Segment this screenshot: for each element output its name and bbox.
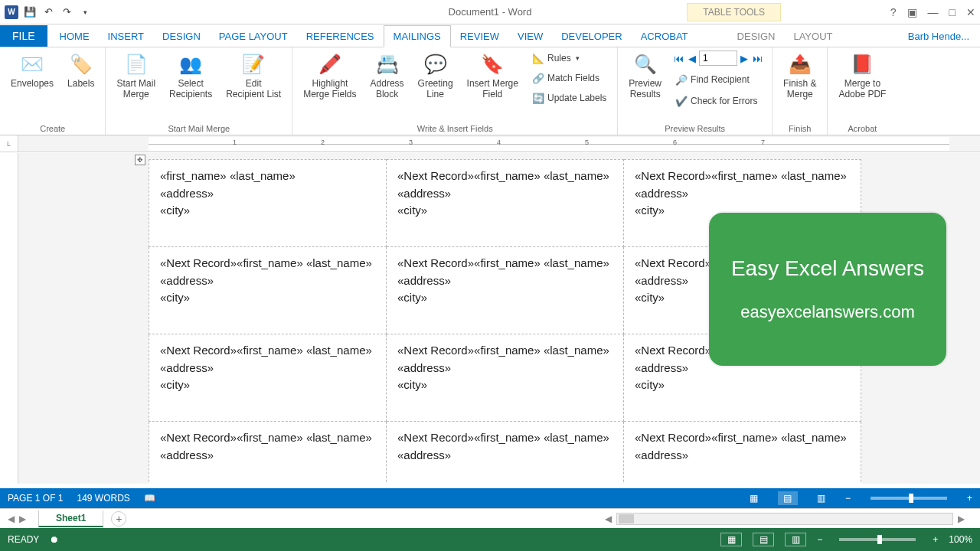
- page-indicator[interactable]: PAGE 1 OF 1: [8, 493, 63, 504]
- tab-tools-layout[interactable]: LAYOUT: [784, 26, 841, 47]
- tab-design[interactable]: DESIGN: [153, 26, 210, 47]
- label-cell[interactable]: «Next Record»«first_name» «last_name» «a…: [149, 334, 387, 422]
- tab-acrobat[interactable]: ACROBAT: [632, 26, 697, 47]
- edit-list-icon: 📝: [241, 52, 266, 77]
- vertical-ruler[interactable]: [0, 153, 18, 484]
- sheet-prev-icon[interactable]: ◀: [8, 514, 15, 524]
- find-recipient-button[interactable]: 🔎Find Recipient: [672, 72, 764, 87]
- label-cell[interactable]: «Next Record»«first_name» «last_name» «a…: [387, 422, 624, 484]
- edit-recipient-list-label: Edit Recipient List: [226, 78, 281, 100]
- update-labels-button[interactable]: 🔄Update Labels: [529, 90, 609, 106]
- envelopes-button[interactable]: ✉️ Envelopes: [8, 51, 57, 90]
- table-move-handle-icon[interactable]: ✥: [135, 155, 145, 165]
- print-layout-icon[interactable]: ▤: [778, 491, 798, 505]
- excel-zoom-in-icon[interactable]: +: [933, 534, 938, 545]
- tab-view[interactable]: VIEW: [508, 26, 552, 47]
- user-name[interactable]: Barb Hende...: [905, 26, 972, 47]
- pdf-icon: 📕: [850, 52, 874, 77]
- highlight-icon: 🖍️: [318, 52, 342, 77]
- label-cell[interactable]: «Next Record»«first_name» «last_name» «a…: [387, 247, 624, 334]
- save-icon[interactable]: 💾: [21, 4, 38, 21]
- rules-button[interactable]: 📐Rules▾: [529, 51, 609, 66]
- word-count[interactable]: 149 WORDS: [77, 493, 129, 504]
- horizontal-scrollbar[interactable]: [616, 513, 953, 525]
- next-record-icon[interactable]: ▶: [739, 53, 750, 64]
- first-record-icon[interactable]: ⏮: [672, 53, 685, 64]
- merge-field-line: «address»: [397, 185, 612, 203]
- select-recipients-button[interactable]: 👥 Select Recipients: [166, 51, 215, 102]
- merge-field-line: «city»: [397, 377, 612, 394]
- banner-url: easyexcelanswers.com: [740, 302, 914, 322]
- prev-record-icon[interactable]: ◀: [687, 53, 697, 64]
- tab-home[interactable]: HOME: [51, 26, 99, 47]
- label-cell[interactable]: «first_name» «last_name» «address» «city…: [149, 160, 387, 247]
- proofing-icon[interactable]: 📖: [144, 493, 155, 504]
- match-fields-button[interactable]: 🔗Match Fields: [529, 70, 609, 86]
- excel-zoom-out-icon[interactable]: −: [817, 534, 822, 545]
- label-cell[interactable]: «Next Record»«first_name» «last_name» «a…: [624, 422, 861, 484]
- greeting-icon: 💬: [423, 52, 448, 77]
- scroll-left-icon[interactable]: ◀: [605, 514, 612, 524]
- greeting-line-button[interactable]: 💬 Greeting Line: [415, 51, 456, 102]
- edit-recipient-list-button[interactable]: 📝 Edit Recipient List: [223, 51, 284, 102]
- undo-icon[interactable]: ↶: [40, 4, 57, 21]
- zoom-in-icon[interactable]: +: [967, 493, 972, 504]
- ribbon-options-icon[interactable]: ▣: [907, 6, 917, 18]
- preview-results-button[interactable]: 🔍 Preview Results: [626, 51, 665, 102]
- insert-merge-field-button[interactable]: 🔖 Insert Merge Field: [464, 51, 521, 102]
- tab-file[interactable]: FILE: [0, 25, 47, 47]
- label-cell[interactable]: «Next Record»«first_name» «last_name» «a…: [387, 160, 624, 247]
- finish-merge-button[interactable]: 📤 Finish & Merge: [780, 51, 819, 102]
- normal-view-icon[interactable]: ▦: [720, 533, 742, 546]
- title-bar: W 💾 ↶ ↷ ▾ Document1 - Word TABLE TOOLS ?…: [0, 0, 980, 24]
- tab-tools-design[interactable]: DESIGN: [728, 26, 785, 47]
- page-layout-view-icon[interactable]: ▤: [753, 533, 774, 546]
- new-sheet-icon[interactable]: +: [111, 511, 126, 527]
- excel-zoom-level[interactable]: 100%: [949, 534, 972, 545]
- start-mail-merge-button[interactable]: 📄 Start Mail Merge: [113, 51, 158, 102]
- web-layout-icon[interactable]: ▥: [812, 491, 831, 505]
- sheet-next-icon[interactable]: ▶: [19, 514, 26, 524]
- sheet-tab-active[interactable]: Sheet1: [38, 510, 103, 527]
- address-block-button[interactable]: 📇 Address Block: [368, 51, 407, 102]
- update-label: Update Labels: [547, 93, 606, 103]
- scroll-right-icon[interactable]: ▶: [958, 514, 965, 524]
- tab-developer[interactable]: DEVELOPER: [552, 26, 631, 47]
- read-mode-icon[interactable]: ▦: [744, 491, 764, 505]
- labels-button[interactable]: 🏷️ Labels: [64, 51, 97, 90]
- page-break-view-icon[interactable]: ▥: [785, 533, 806, 546]
- redo-icon[interactable]: ↷: [58, 4, 75, 21]
- group-label-finish: Finish: [789, 122, 811, 133]
- record-number-input[interactable]: [699, 51, 737, 66]
- macro-record-icon[interactable]: ⏺: [50, 534, 59, 545]
- excel-zoom-slider[interactable]: [839, 538, 916, 541]
- label-cell[interactable]: «Next Record»«first_name» «last_name» «a…: [149, 247, 387, 334]
- group-label-create: Create: [40, 122, 65, 133]
- window-title: Document1 - Word: [449, 6, 532, 18]
- tab-references[interactable]: REFERENCES: [297, 26, 384, 47]
- ribbon: ✉️ Envelopes 🏷️ Labels Create 📄 Start Ma…: [0, 47, 980, 135]
- label-cell[interactable]: «Next Record»«first_name» «last_name» «a…: [387, 334, 624, 422]
- check-errors-button[interactable]: ✔️Check for Errors: [672, 93, 764, 109]
- label-cell[interactable]: «Next Record»«first_name» «last_name» «a…: [149, 422, 387, 484]
- merge-field-line: «Next Record»«first_name» «last_name»: [397, 255, 612, 272]
- merge-to-pdf-button[interactable]: 📕 Merge to Adobe PDF: [835, 51, 889, 102]
- qat-dropdown-icon[interactable]: ▾: [77, 4, 93, 21]
- ruler-tick: 4: [497, 139, 501, 146]
- maximize-icon[interactable]: □: [949, 6, 956, 18]
- minimize-icon[interactable]: —: [928, 6, 939, 18]
- zoom-slider[interactable]: [871, 497, 947, 500]
- tab-insert[interactable]: INSERT: [99, 26, 153, 47]
- help-icon[interactable]: ?: [890, 6, 897, 18]
- close-icon[interactable]: ✕: [966, 6, 975, 18]
- tab-page-layout[interactable]: PAGE LAYOUT: [210, 26, 297, 47]
- tab-review[interactable]: REVIEW: [451, 26, 508, 47]
- merge-field-line: «Next Record»«first_name» «last_name»: [397, 342, 612, 360]
- tab-mailings[interactable]: MAILINGS: [384, 25, 451, 47]
- last-record-icon[interactable]: ⏭: [751, 53, 764, 64]
- zoom-out-icon[interactable]: −: [845, 493, 851, 504]
- find-label: Find Recipient: [691, 74, 750, 85]
- ruler-area: L 1 2 3 4 5 6 7: [0, 135, 980, 152]
- horizontal-ruler[interactable]: 1 2 3 4 5 6 7: [149, 137, 949, 151]
- highlight-merge-fields-button[interactable]: 🖍️ Highlight Merge Fields: [300, 51, 359, 102]
